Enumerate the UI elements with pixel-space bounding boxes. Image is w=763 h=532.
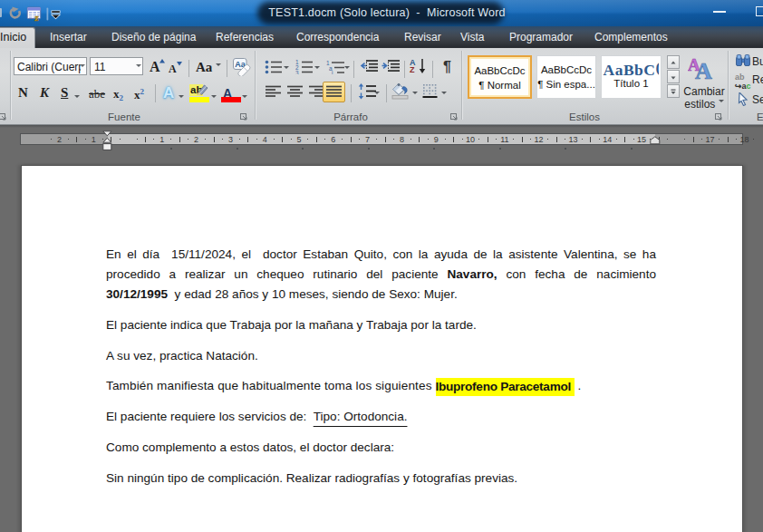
svg-text:3: 3 bbox=[295, 70, 299, 75]
svg-text:i: i bbox=[332, 70, 333, 74]
svg-text:A: A bbox=[695, 58, 712, 84]
svg-text:z: z bbox=[34, 12, 40, 23]
